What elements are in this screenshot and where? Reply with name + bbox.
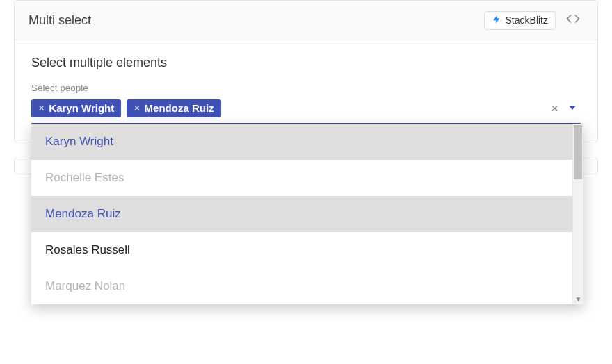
dropdown-panel: Karyn Wright Rochelle Estes Mendoza Ruiz… (31, 124, 583, 304)
multi-select[interactable]: × Karyn Wright × Mendoza Ruiz × (31, 97, 581, 124)
scrollbar-thumb[interactable] (574, 125, 582, 179)
option-label: Rochelle Estes (45, 171, 124, 184)
chip-label: Mendoza Ruiz (145, 103, 214, 113)
stackblitz-button[interactable]: StackBlitz (484, 11, 556, 30)
clear-all-button[interactable]: × (548, 102, 561, 115)
option: Marquez Nolan (31, 268, 583, 304)
option: Rochelle Estes (31, 160, 583, 196)
chip[interactable]: × Mendoza Ruiz (127, 99, 220, 117)
bolt-icon (492, 15, 501, 26)
card-header: Multi select StackBlitz (15, 1, 597, 40)
option-label: Marquez Nolan (45, 279, 125, 292)
option[interactable]: Mendoza Ruiz (31, 196, 583, 232)
toggle-code-button[interactable] (563, 10, 583, 30)
field-label: Select people (31, 83, 581, 93)
example-card: Multi select StackBlitz Select multiple … (14, 0, 598, 142)
option-label: Rosales Russell (45, 243, 130, 256)
options-list[interactable]: Karyn Wright Rochelle Estes Mendoza Ruiz… (31, 124, 583, 304)
chip[interactable]: × Karyn Wright (31, 99, 121, 117)
stackblitz-label: StackBlitz (506, 15, 548, 26)
code-icon (566, 14, 580, 26)
section-heading: Select multiple elements (31, 56, 581, 70)
option-label: Mendoza Ruiz (45, 207, 121, 220)
dropdown-toggle[interactable] (567, 102, 578, 115)
option-label: Karyn Wright (45, 135, 113, 148)
option[interactable]: Rosales Russell (31, 232, 583, 268)
caret-down-icon (568, 102, 577, 114)
header-actions: StackBlitz (484, 10, 583, 30)
chip-label: Karyn Wright (49, 103, 114, 113)
scroll-down-icon[interactable]: ▼ (573, 293, 583, 304)
dropdown-scrollbar[interactable]: ▲ ▼ (572, 124, 583, 304)
chip-remove-icon[interactable]: × (38, 103, 45, 114)
option[interactable]: Karyn Wright (31, 124, 583, 160)
selected-chips: × Karyn Wright × Mendoza Ruiz (31, 99, 221, 117)
card-title: Multi select (29, 13, 91, 28)
select-control[interactable]: × Karyn Wright × Mendoza Ruiz × (31, 97, 581, 124)
chip-remove-icon[interactable]: × (134, 103, 140, 114)
card-body: Select multiple elements Select people ×… (15, 40, 597, 142)
